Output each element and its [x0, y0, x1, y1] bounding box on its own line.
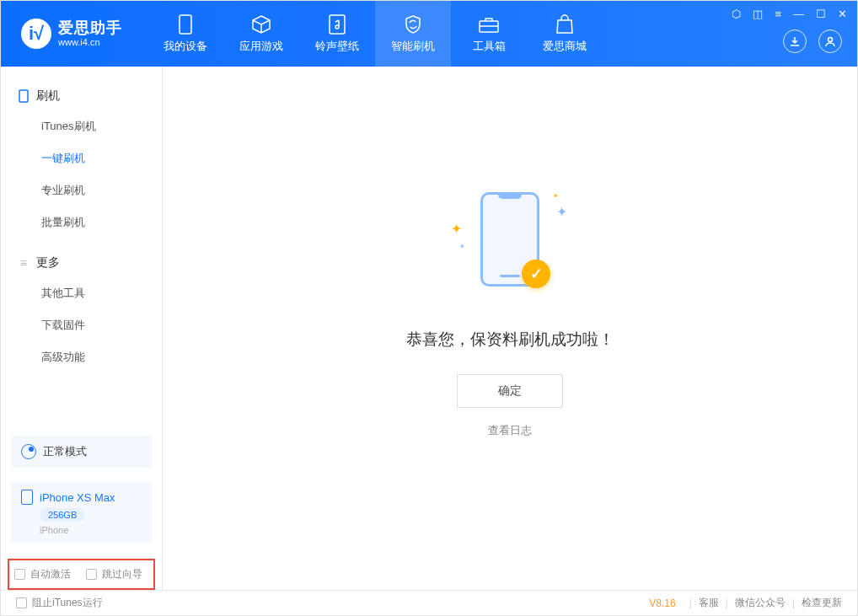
svg-rect-0 — [180, 15, 191, 34]
nav-label: 我的设备 — [164, 39, 207, 54]
refresh-shield-icon — [402, 13, 424, 35]
checkbox-auto-activate[interactable]: 自动激活 — [14, 567, 71, 581]
separator: | — [689, 597, 692, 609]
checkbox-icon — [16, 597, 27, 608]
sidebar-item-pro-flash[interactable]: 专业刷机 — [1, 174, 162, 206]
close-button[interactable]: ✕ — [838, 8, 847, 20]
nav-tab-ringtones[interactable]: 铃声壁纸 — [299, 1, 375, 67]
footer: 阻止iTunes运行 V8.16 | 客服 | 微信公众号 | 检查更新 — [1, 590, 857, 615]
mode-dot-icon — [21, 444, 36, 459]
nav-tab-device[interactable]: 我的设备 — [147, 1, 223, 67]
download-icon[interactable] — [783, 29, 807, 53]
nav-tab-store[interactable]: 爱思商城 — [527, 1, 603, 67]
device-name-row: iPhone XS Max — [21, 490, 115, 505]
checkbox-label: 阻止iTunes运行 — [32, 596, 103, 610]
svg-rect-4 — [19, 90, 28, 102]
sidebar-item-batch-flash[interactable]: 批量刷机 — [1, 206, 162, 238]
list-icon: ≡ — [18, 257, 29, 269]
nav-label: 铃声壁纸 — [315, 39, 359, 54]
checkbox-label: 自动激活 — [30, 567, 71, 581]
separator: | — [792, 597, 795, 609]
app-subtitle: www.i4.cn — [58, 37, 122, 48]
sidebar-group-more: ≡ 更多 — [1, 249, 162, 277]
bag-icon — [554, 13, 576, 35]
separator: | — [726, 597, 728, 609]
shirt-icon[interactable]: ⬡ — [732, 8, 741, 20]
footer-link-wechat[interactable]: 微信公众号 — [735, 596, 786, 610]
window-controls: ⬡ ◫ ≡ — ☐ ✕ — [732, 8, 847, 20]
cube-icon — [250, 13, 272, 35]
nav-tabs: 我的设备 应用游戏 铃声壁纸 智能刷机 工具箱 爱思商城 — [147, 1, 603, 67]
group-title: 更多 — [36, 255, 60, 271]
nav-tab-apps[interactable]: 应用游戏 — [223, 1, 299, 67]
checkbox-skip-guide[interactable]: 跳过向导 — [86, 567, 142, 581]
app-title: 爱思助手 — [58, 19, 122, 38]
toolbox-icon — [478, 13, 500, 35]
sidebar: 刷机 iTunes刷机 一键刷机 专业刷机 批量刷机 ≡ 更多 其他工具 下载固… — [1, 67, 163, 590]
logo-text: 爱思助手 www.i4.cn — [58, 19, 122, 49]
sparkle-icon: ✦ — [459, 243, 465, 250]
options-highlighted-box: 自动激活 跳过向导 — [8, 559, 155, 590]
user-icon[interactable] — [818, 29, 842, 53]
device-type: iPhone — [40, 525, 68, 535]
device-phone-icon — [21, 490, 33, 505]
body: 刷机 iTunes刷机 一键刷机 专业刷机 批量刷机 ≡ 更多 其他工具 下载固… — [1, 67, 857, 590]
checkbox-icon — [86, 569, 97, 580]
menu-icon[interactable]: ≡ — [775, 8, 781, 20]
header: i√ 爱思助手 www.i4.cn 我的设备 应用游戏 铃声壁纸 智能刷机 工具… — [1, 1, 857, 67]
confirm-button[interactable]: 确定 — [457, 374, 563, 408]
footer-link-update[interactable]: 检查更新 — [802, 596, 842, 610]
sidebar-group-flash: 刷机 — [1, 82, 162, 110]
nav-label: 爱思商城 — [543, 39, 587, 54]
main-content: ✦ ✦ ✦ ✦ ✓ 恭喜您，保资料刷机成功啦！ 确定 查看日志 — [163, 67, 857, 590]
svg-rect-1 — [330, 15, 345, 34]
sidebar-item-download-firmware[interactable]: 下载固件 — [1, 309, 162, 341]
svg-point-3 — [829, 38, 833, 42]
nav-label: 智能刷机 — [391, 39, 435, 54]
checkbox-block-itunes[interactable]: 阻止iTunes运行 — [16, 596, 103, 610]
mode-label: 正常模式 — [43, 444, 87, 459]
footer-right: V8.16 | 客服 | 微信公众号 | 检查更新 — [649, 596, 842, 610]
checkbox-icon — [14, 569, 25, 580]
logo[interactable]: i√ 爱思助手 www.i4.cn — [1, 19, 139, 49]
group-title: 刷机 — [36, 88, 60, 104]
device-card[interactable]: iPhone XS Max 256GB iPhone — [11, 481, 152, 544]
device-storage-badge: 256GB — [40, 508, 85, 522]
view-log-link[interactable]: 查看日志 — [488, 423, 532, 438]
nav-label: 工具箱 — [473, 39, 506, 54]
sparkle-icon: ✦ — [451, 221, 462, 237]
lock-icon[interactable]: ◫ — [753, 8, 763, 20]
check-badge-icon: ✓ — [522, 260, 550, 288]
sidebar-item-advanced[interactable]: 高级功能 — [1, 341, 162, 373]
minimize-button[interactable]: — — [793, 8, 804, 20]
version-label: V8.16 — [649, 597, 675, 609]
footer-link-support[interactable]: 客服 — [699, 596, 719, 610]
nav-label: 应用游戏 — [239, 39, 283, 54]
header-right-icons — [783, 29, 842, 53]
success-illustration: ✦ ✦ ✦ ✦ ✓ — [442, 185, 577, 303]
sparkle-icon: ✦ — [553, 192, 559, 200]
nav-tab-flash[interactable]: 智能刷机 — [375, 1, 451, 67]
sidebar-item-other-tools[interactable]: 其他工具 — [1, 277, 162, 309]
music-file-icon — [326, 13, 348, 35]
phone-small-icon — [18, 90, 29, 102]
logo-icon: i√ — [21, 19, 51, 49]
device-name: iPhone XS Max — [40, 491, 115, 504]
success-message: 恭喜您，保资料刷机成功啦！ — [406, 329, 614, 351]
phone-icon — [174, 13, 196, 35]
sidebar-item-oneclick-flash[interactable]: 一键刷机 — [1, 142, 162, 174]
sparkle-icon: ✦ — [556, 204, 567, 220]
sidebar-item-itunes-flash[interactable]: iTunes刷机 — [1, 110, 162, 142]
nav-tab-toolbox[interactable]: 工具箱 — [451, 1, 527, 67]
maximize-button[interactable]: ☐ — [816, 8, 826, 20]
mode-card[interactable]: 正常模式 — [11, 436, 152, 468]
checkbox-label: 跳过向导 — [102, 567, 142, 581]
